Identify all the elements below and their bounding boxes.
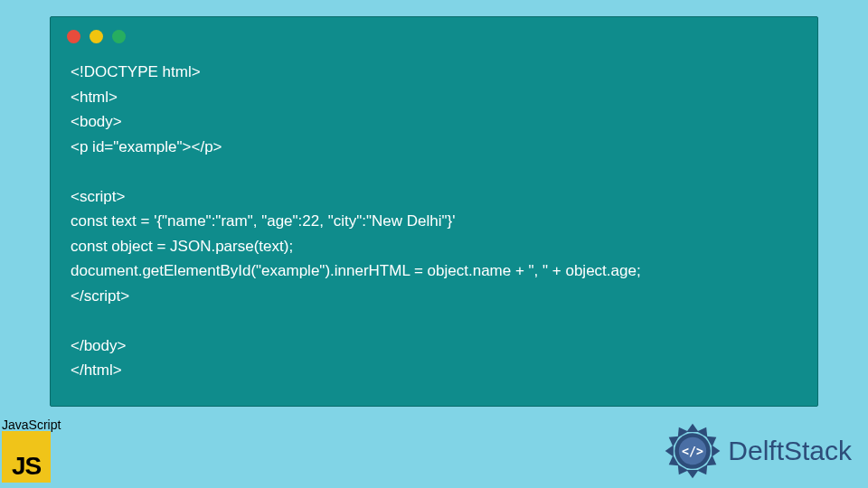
svg-marker-6 [687,470,699,478]
close-icon[interactable] [67,30,80,43]
svg-marker-0 [687,424,699,432]
minimize-icon[interactable] [90,30,103,43]
svg-marker-9 [665,445,674,456]
badge-label: JavaScript [2,418,61,432]
js-letters: JS [12,452,41,483]
maximize-icon[interactable] [112,30,126,43]
code-block: <!DOCTYPE html> <html> <body> <p id="exa… [51,52,817,383]
svg-marker-3 [712,445,720,456]
svg-text:</>: </> [682,445,703,458]
brand-name: DelftStack [728,436,852,466]
brand-logo: </> DelftStack [663,421,852,481]
window-controls [51,17,817,52]
gear-icon: </> [663,421,722,481]
js-icon: JS [2,434,51,483]
javascript-badge: JavaScript JS [2,418,61,483]
code-window: <!DOCTYPE html> <html> <body> <p id="exa… [50,16,818,407]
